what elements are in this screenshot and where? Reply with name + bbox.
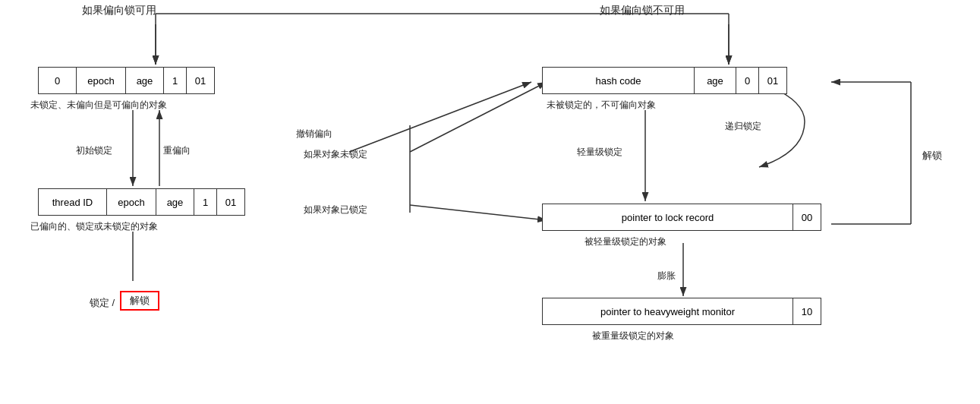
box5-cell-ptr: pointer to heavyweight monitor	[543, 298, 793, 324]
left-condition-label: 如果偏向锁可用	[82, 4, 156, 17]
box4-cell-00: 00	[793, 204, 821, 230]
box4-desc: 被轻量级锁定的对象	[585, 235, 666, 248]
box1-cell-01: 01	[187, 68, 214, 93]
box1-cell-0: 0	[39, 68, 77, 93]
svg-line-11	[410, 82, 547, 152]
box5-cell-10: 10	[793, 298, 821, 324]
box2-biased: thread ID epoch age 1 01	[38, 188, 245, 216]
initial-lock-label: 初始锁定	[76, 144, 112, 157]
box1-desc: 未锁定、未偏向但是可偏向的对象	[30, 99, 167, 112]
right-condition-label: 如果偏向锁不可用	[600, 4, 685, 17]
box3-cell-01: 01	[759, 68, 786, 93]
svg-line-10	[349, 82, 531, 152]
box3-non-biasable: hash code age 0 01	[542, 67, 787, 94]
expand-label: 膨胀	[657, 270, 676, 282]
box2-cell-age: age	[156, 189, 194, 215]
box2-desc: 已偏向的、锁定或未锁定的对象	[30, 220, 158, 233]
unlock-highlight-box: 解锁	[120, 291, 159, 311]
revoke-bias-label: 撤销偏向	[296, 128, 332, 140]
box5-desc: 被重量级锁定的对象	[592, 330, 674, 342]
box1-cell-age: age	[126, 68, 164, 93]
box4-cell-ptr: pointer to lock record	[543, 204, 793, 230]
rebias-label: 重偏向	[163, 144, 191, 157]
box3-desc: 未被锁定的，不可偏向对象	[547, 99, 656, 112]
box2-cell-1: 1	[194, 189, 217, 215]
box5-heavyweight: pointer to heavyweight monitor 10	[542, 298, 821, 325]
recursive-lock-label: 递归锁定	[725, 120, 761, 133]
if-locked-label: 如果对象已锁定	[304, 204, 367, 216]
box1-cell-1: 1	[164, 68, 187, 93]
svg-line-12	[410, 205, 547, 220]
lock-unlock-label: 锁定 /	[90, 296, 115, 310]
box3-cell-hashcode: hash code	[543, 68, 695, 93]
lightweight-lock-label: 轻量级锁定	[577, 146, 622, 159]
box3-cell-age: age	[695, 68, 736, 93]
diagram: 如果偏向锁可用 如果偏向锁不可用 0 epoch age 1 01 未锁定、未偏…	[0, 0, 980, 404]
box1-cell-epoch: epoch	[77, 68, 126, 93]
box2-cell-tid: thread ID	[39, 189, 107, 215]
box2-cell-01: 01	[217, 189, 244, 215]
box2-cell-epoch: epoch	[107, 189, 156, 215]
box4-lightweight: pointer to lock record 00	[542, 204, 821, 231]
unlock-red-label: 解锁	[130, 294, 150, 308]
unlock-right-label: 解锁	[922, 149, 942, 163]
if-not-locked-label: 如果对象未锁定	[304, 148, 367, 161]
box3-cell-0: 0	[736, 68, 759, 93]
box1-unlocked-biasable: 0 epoch age 1 01	[38, 67, 215, 94]
